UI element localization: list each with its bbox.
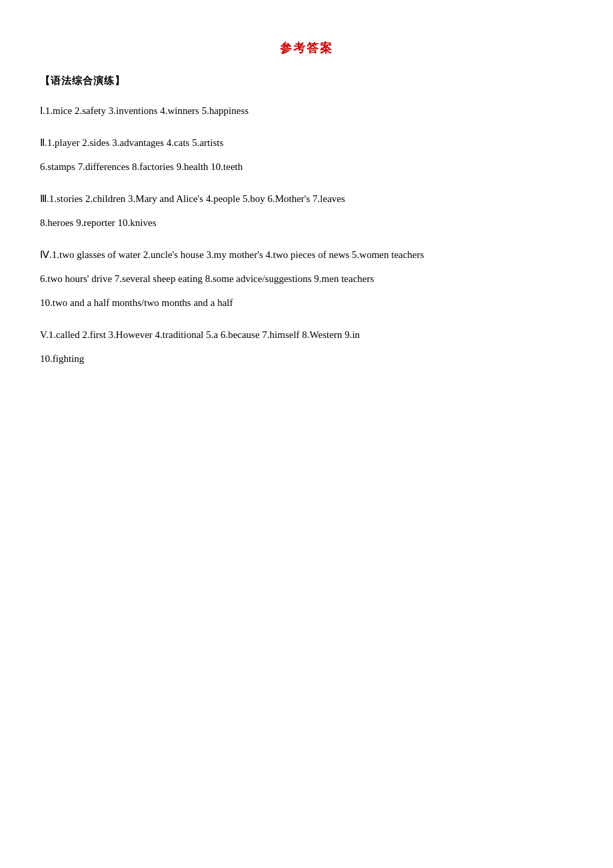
section-V-line-2: 10.fighting [40,349,573,369]
section-V-line-1: V.1.called 2.first 3.However 4.tradition… [40,325,573,345]
section-header: 【语法综合演练】 [40,75,573,87]
section-I: Ⅰ.1.mice 2.safety 3.inventions 4.winners… [40,101,573,121]
section-IV-line-2: 6.two hours' drive 7.several sheep eatin… [40,269,573,289]
section-III-line-1: Ⅲ.1.stories 2.children 3.Mary and Alice'… [40,189,573,209]
section-V: V.1.called 2.first 3.However 4.tradition… [40,325,573,369]
page-title: 参考答案 [40,40,573,56]
page-container: 参考答案 【语法综合演练】 Ⅰ.1.mice 2.safety 3.invent… [40,40,573,369]
section-II-line-2: 6.stamps 7.differences 8.factories 9.hea… [40,157,573,177]
section-IV-line-3: 10.two and a half months/two months and … [40,293,573,313]
section-II-line-1: Ⅱ.1.player 2.sides 3.advantages 4.cats 5… [40,133,573,153]
section-II: Ⅱ.1.player 2.sides 3.advantages 4.cats 5… [40,133,573,177]
section-III: Ⅲ.1.stories 2.children 3.Mary and Alice'… [40,189,573,233]
section-IV-line-1: Ⅳ.1.two glasses of water 2.uncle's house… [40,245,573,265]
section-III-line-2: 8.heroes 9.reporter 10.knives [40,213,573,233]
section-I-line-1: Ⅰ.1.mice 2.safety 3.inventions 4.winners… [40,101,573,121]
section-IV: Ⅳ.1.two glasses of water 2.uncle's house… [40,245,573,313]
